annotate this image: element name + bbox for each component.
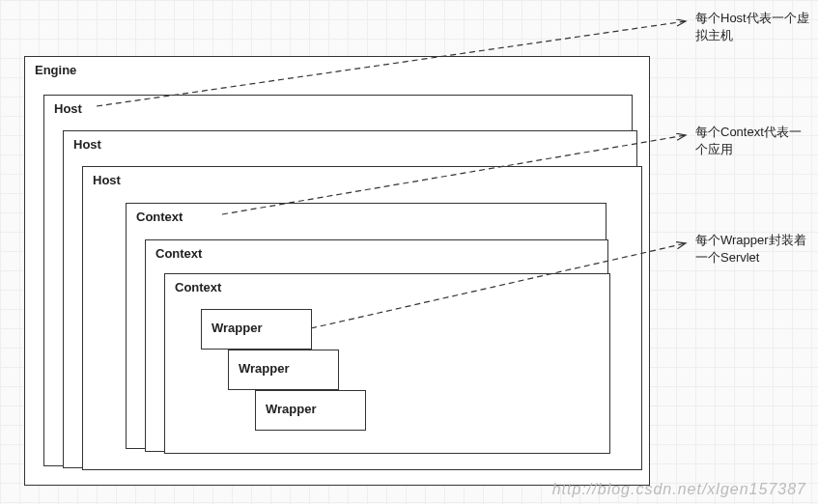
- annotation-host-text: 每个Host代表一个虚拟主机: [695, 11, 809, 42]
- annotation-context-text: 每个Context代表一个应用: [695, 125, 802, 156]
- annotation-wrapper: 每个Wrapper封装着一个Servlet: [695, 232, 811, 266]
- engine-label: Engine: [35, 63, 76, 77]
- annotation-wrapper-text: 每个Wrapper封装着一个Servlet: [695, 233, 806, 265]
- host-label: Host: [73, 137, 101, 152]
- context-label: Context: [136, 210, 183, 224]
- wrapper-label: Wrapper: [212, 321, 263, 335]
- wrapper-label: Wrapper: [239, 361, 290, 376]
- wrapper-box-3: Wrapper: [255, 390, 366, 431]
- watermark: http://blog.csdn.net/xlgen157387: [552, 481, 806, 498]
- context-label: Context: [155, 246, 202, 261]
- wrapper-box-2: Wrapper: [228, 350, 339, 390]
- host-label: Host: [93, 173, 121, 187]
- context-label: Context: [175, 280, 221, 294]
- wrapper-label: Wrapper: [266, 402, 317, 416]
- annotation-context: 每个Context代表一个应用: [695, 124, 811, 158]
- annotation-host: 每个Host代表一个虚拟主机: [695, 10, 811, 44]
- wrapper-box-1: Wrapper: [201, 309, 312, 350]
- host-label: Host: [54, 101, 82, 116]
